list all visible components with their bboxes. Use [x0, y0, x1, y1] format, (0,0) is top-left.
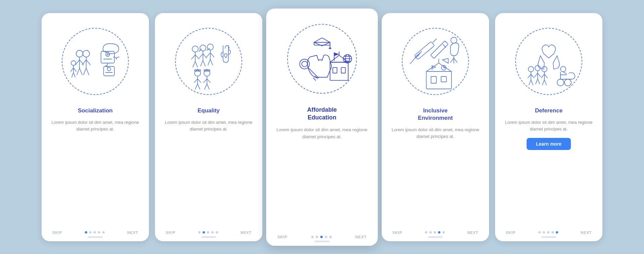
dot: [547, 231, 549, 234]
dashed-circle: [62, 28, 129, 95]
illustration-socialization: [55, 21, 136, 102]
dashed-circle: [402, 28, 469, 95]
dot: [434, 231, 436, 234]
dot-active: [556, 231, 558, 234]
next-button-1[interactable]: NEXT: [127, 231, 138, 235]
illustration-affordable-education: [280, 17, 364, 101]
dot-active: [203, 231, 205, 234]
dot: [316, 235, 318, 238]
nav-dots-5: [538, 231, 558, 234]
nav-dots-1: [85, 231, 105, 234]
card-handle: [88, 236, 103, 238]
card-text-affordable-education: Lorem ipsum dolor sit dim amet, mea regi…: [276, 126, 368, 141]
next-button-4[interactable]: NEXT: [467, 231, 478, 235]
illustration-inclusive-environment: [395, 21, 476, 102]
learn-more-button[interactable]: Learn more: [527, 138, 571, 150]
card-title-affordable-education: Affordable Education: [307, 106, 337, 121]
dot: [329, 235, 331, 238]
card-handle: [314, 241, 330, 242]
skip-button-1[interactable]: SKIP: [52, 231, 62, 235]
illustration-deference: [508, 21, 589, 102]
dot-active: [320, 235, 322, 238]
dot: [325, 235, 327, 238]
illustration-equality: [168, 21, 249, 102]
dot-active: [438, 231, 440, 234]
nav-dots-4: [425, 231, 445, 234]
card-text-socialization: Lorem ipsum dolor sit dim amet, mea regi…: [51, 119, 140, 133]
card-handle: [541, 236, 556, 238]
next-button-2[interactable]: NEXT: [240, 231, 252, 235]
card-nav-equality: SKIP NEXT: [164, 231, 253, 235]
card-affordable-education: Affordable Education Lorem ipsum dolor s…: [266, 8, 378, 246]
dashed-circle: [287, 24, 357, 94]
card-equality: Equality Lorem ipsum dolor sit dim amet,…: [155, 13, 262, 241]
skip-button-2[interactable]: SKIP: [166, 231, 175, 235]
dot: [102, 231, 105, 234]
dot: [543, 231, 545, 234]
dot: [429, 231, 432, 234]
nav-dots-3: [311, 235, 331, 238]
card-text-equality: Lorem ipsum dolor sit dim amet, mea regi…: [164, 119, 253, 133]
dashed-circle: [515, 28, 582, 95]
dot: [442, 231, 445, 234]
dot: [425, 231, 427, 234]
dot: [89, 231, 92, 234]
dot-active: [85, 231, 87, 234]
card-inclusive-environment: Inclusive Environment Lorem ipsum dolor …: [382, 13, 489, 241]
cards-container: Socialization Lorem ipsum dolor sit dim …: [28, 3, 616, 251]
card-nav-deference: SKIP NEXT: [504, 231, 593, 235]
card-nav-inclusive-environment: SKIP NEXT: [391, 231, 480, 235]
nav-dots-2: [198, 231, 218, 234]
card-handle: [201, 236, 216, 238]
dot: [538, 231, 541, 234]
skip-button-4[interactable]: SKIP: [392, 231, 402, 235]
card-title-inclusive-environment: Inclusive Environment: [418, 107, 453, 122]
card-nav-socialization: SKIP NEXT: [51, 231, 140, 235]
next-button-5[interactable]: NEXT: [581, 231, 592, 235]
dot: [98, 231, 100, 234]
dashed-circle: [175, 28, 242, 95]
card-text-inclusive-environment: Lorem ipsum dolor sit dim amet, mea regi…: [391, 126, 480, 140]
next-button-3[interactable]: NEXT: [355, 235, 367, 239]
dot: [94, 231, 96, 234]
skip-button-3[interactable]: SKIP: [277, 235, 287, 239]
card-nav-affordable-education: SKIP NEXT: [276, 235, 368, 239]
dot: [551, 231, 554, 234]
card-socialization: Socialization Lorem ipsum dolor sit dim …: [42, 13, 149, 241]
card-handle: [428, 236, 443, 238]
dot: [311, 235, 313, 238]
card-title-deference: Deference: [535, 107, 562, 114]
dot: [211, 231, 214, 234]
dot: [216, 231, 218, 234]
skip-button-5[interactable]: SKIP: [506, 231, 516, 235]
dot: [207, 231, 209, 234]
card-text-deference: Lorem ipsum dolor sit dim amet, mea regi…: [504, 119, 593, 133]
card-deference: Deference Lorem ipsum dolor sit dim amet…: [495, 13, 602, 241]
dot: [198, 231, 201, 234]
card-title-socialization: Socialization: [78, 107, 113, 114]
card-title-equality: Equality: [198, 107, 220, 114]
